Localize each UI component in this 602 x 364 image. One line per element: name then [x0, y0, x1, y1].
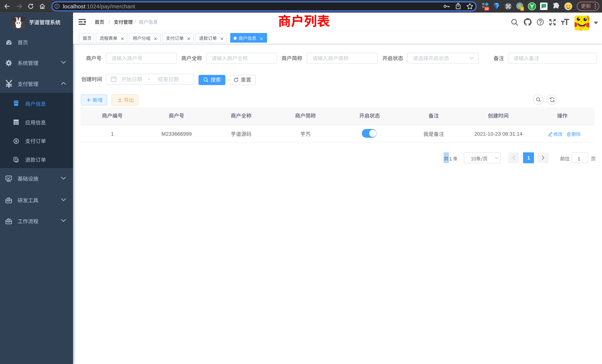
svg-text:1: 1	[521, 7, 523, 11]
svg-text:10: 10	[485, 7, 489, 11]
